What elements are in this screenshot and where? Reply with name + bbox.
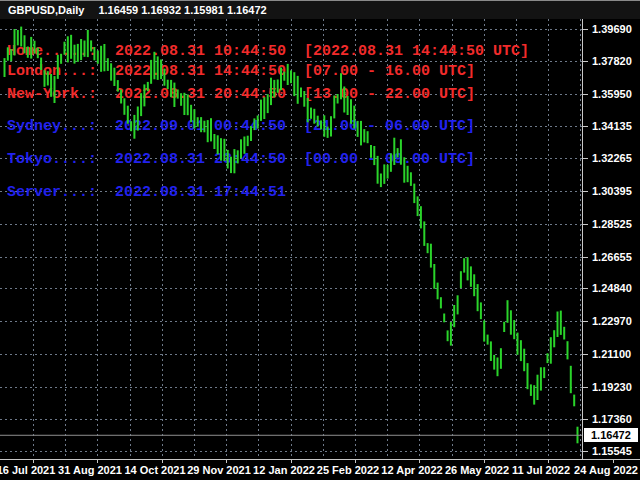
price-tick-label: 1.28525 xyxy=(592,218,632,231)
price-tick-label: 1.39690 xyxy=(592,23,632,36)
price-tick-label: 1.15545 xyxy=(592,445,632,458)
chart-titlebar: GBPUSD,Daily1.16459 1.16932 1.15981 1.16… xyxy=(0,1,640,19)
price-tick-label: 1.32265 xyxy=(592,152,632,165)
chart-plot-area[interactable]: Home.....: 2022.08.31 10:44:50 [2022.08.… xyxy=(0,19,582,459)
price-axis-tick xyxy=(583,387,588,388)
time-axis-tick xyxy=(613,460,614,463)
price-tick-label: 1.37820 xyxy=(592,55,632,68)
price-tick-label: 1.30395 xyxy=(592,185,632,198)
price-tick-label: 1.19230 xyxy=(592,381,632,394)
current-price-tag: 1.16472 xyxy=(584,428,638,442)
price-axis-tick xyxy=(583,29,588,30)
price-tick-label: 1.34135 xyxy=(592,120,632,133)
time-axis-tick xyxy=(226,460,227,463)
overlay-line-home: Home.....: 2022.08.31 10:44:50 [2022.08.… xyxy=(7,44,529,59)
time-axis-tick xyxy=(355,460,356,463)
time-axis-tick xyxy=(484,460,485,463)
mt4-chart-window: GBPUSD,Daily1.16459 1.16932 1.15981 1.16… xyxy=(0,0,640,480)
overlay-line-sydney: Sydney...: 2022.09.01 00:44:50 [21.00 - … xyxy=(7,119,475,134)
price-tick-label: 1.26655 xyxy=(592,251,632,264)
price-tick-label: 1.24840 xyxy=(592,282,632,295)
price-axis-tick xyxy=(583,288,588,289)
price-axis-tick xyxy=(583,257,588,258)
price-axis-tick xyxy=(583,354,588,355)
time-axis-tick xyxy=(162,460,163,463)
price-axis-tick xyxy=(583,451,588,452)
overlay-line-tokyo: Tokyo....: 2022.08.31 23:44:50 [00.00 - … xyxy=(7,152,475,167)
overlay-line-newyork: New-York.: 2022.08.31 20:44:50 [13.00 - … xyxy=(7,87,475,102)
price-tick-label: 1.21100 xyxy=(592,348,631,361)
price-tick-label: 1.35950 xyxy=(592,88,632,101)
price-axis-tick xyxy=(583,191,588,192)
ohlc-quote-label: 1.16459 1.16932 1.15981 1.16472 xyxy=(98,4,266,16)
date-tick-label: 24 Aug 2022 xyxy=(568,464,640,476)
price-axis-tick xyxy=(583,126,588,127)
time-axis-tick xyxy=(291,460,292,463)
price-tick-label: 1.17360 xyxy=(592,413,632,426)
price-axis[interactable]: 1.396901.378201.359501.341351.322651.303… xyxy=(582,19,640,459)
price-axis-tick xyxy=(583,94,588,95)
price-axis-tick xyxy=(583,321,588,322)
price-tick-label: 1.22970 xyxy=(592,315,632,328)
overlay-line-london: London...: 2022.08.31 14:44:50 [07.00 - … xyxy=(7,64,475,79)
price-axis-tick xyxy=(583,158,588,159)
price-axis-tick xyxy=(583,224,588,225)
time-axis-tick xyxy=(548,460,549,463)
time-axis[interactable]: 16 Jul 202131 Aug 202114 Oct 202129 Nov … xyxy=(0,459,640,480)
time-axis-tick xyxy=(419,460,420,463)
chart-grid xyxy=(0,19,582,459)
symbol-period-label: GBPUSD,Daily xyxy=(8,4,84,16)
overlay-line-server: Server...: 2022.08.31 17:44:51 xyxy=(7,185,286,200)
time-axis-tick xyxy=(33,460,34,463)
time-axis-tick xyxy=(97,460,98,463)
price-axis-tick xyxy=(583,61,588,62)
price-axis-tick xyxy=(583,419,588,420)
